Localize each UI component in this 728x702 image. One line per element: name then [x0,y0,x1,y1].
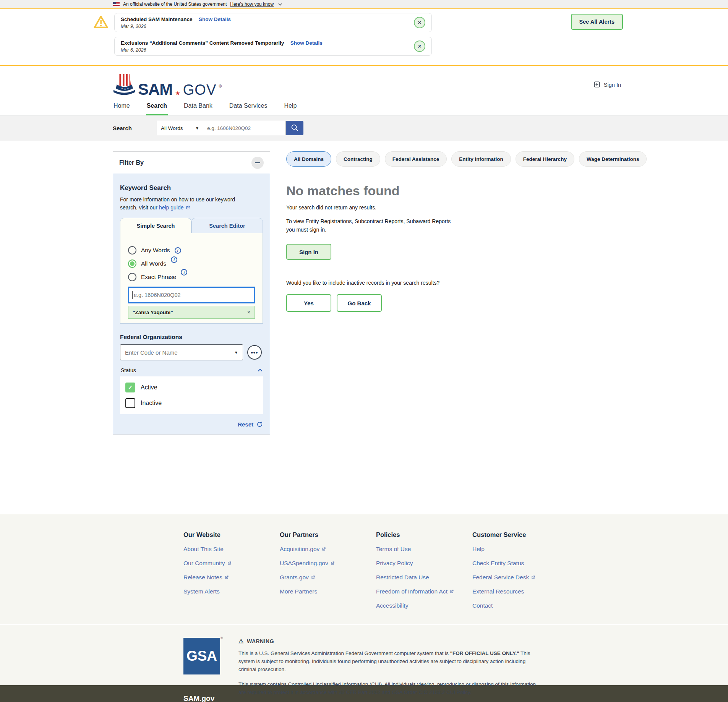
keyword-chip: "Zahra Yaqoubi" × [128,306,255,319]
sign-in-button[interactable]: Sign In [286,244,331,260]
sam-gov-logo[interactable]: ★★★ SAM ★ GOV ® [113,73,222,97]
checkbox-inactive[interactable] [125,398,135,408]
footer-link-external-resources[interactable]: External Resources [472,588,569,595]
close-alert-button[interactable]: ✕ [414,41,425,52]
footer-link-system-alerts[interactable]: System Alerts [183,588,280,595]
search-icon [290,123,299,133]
footer-link-restricted-data-use[interactable]: Restricted Data Use [376,574,472,581]
gsa-registered-mark: ® [221,636,223,640]
search-mode-select[interactable]: All Words ▼ [157,121,203,135]
pill-federal-assistance[interactable]: Federal Assistance [385,151,447,167]
svg-text:★: ★ [127,87,129,89]
keyword-search-heading: Keyword Search [120,184,263,192]
tab-search-editor[interactable]: Search Editor [191,218,263,233]
show-details-link[interactable]: Show Details [199,16,231,22]
keyword-input[interactable]: e.g. 1606N020Q02 [128,287,255,303]
footer-link-label: Check Entity Status [472,560,524,567]
footer-col-customer-service: Customer Service Help Check Entity Statu… [472,531,569,609]
nav-item-data-bank[interactable]: Data Bank [183,101,213,115]
chevron-up-icon[interactable] [258,369,262,373]
federal-org-select[interactable]: Enter Code or Name ▼ [120,344,243,360]
external-link-icon [185,205,190,210]
nav-item-home[interactable]: Home [113,101,131,115]
radio-exact-phrase[interactable] [128,273,136,281]
help-guide-link[interactable]: help guide [159,204,190,212]
footer-link-privacy-policy[interactable]: Privacy Policy [376,560,472,567]
radio-row-exact-phrase: Exact Phrase i [128,273,255,281]
checkbox-active[interactable]: ✓ [125,383,135,392]
status-header-row: Status [121,367,262,373]
keyword-search-description: For more information on how to use our k… [120,196,246,212]
info-icon[interactable]: i [171,256,177,263]
radio-all-words-label: All Words [141,260,166,267]
warning-triangle-icon [94,15,108,30]
help-guide-label: help guide [159,204,184,212]
checkbox-row-active[interactable]: ✓ Active [125,383,258,392]
footer-link-check-entity-status[interactable]: Check Entity Status [472,560,569,567]
go-back-button[interactable]: Go Back [337,294,382,312]
show-details-link[interactable]: Show Details [290,40,323,46]
footer-link-terms-of-use[interactable]: Terms of Use [376,546,472,553]
footer-col-heading: Our Partners [280,531,376,538]
external-link-icon [227,561,232,566]
pill-all-domains[interactable]: All Domains [286,151,331,167]
checkbox-row-inactive[interactable]: Inactive [125,398,258,408]
pill-federal-hierarchy[interactable]: Federal Hierarchy [516,151,574,167]
footer-link-label: About This Site [183,546,224,553]
pill-wage-determinations[interactable]: Wage Determinations [579,151,647,167]
no-results-message: Your search did not return any results. [286,204,615,211]
see-all-alerts-button[interactable]: See All Alerts [571,14,623,30]
close-alert-button[interactable]: ✕ [414,17,425,28]
nav-item-help[interactable]: Help [283,101,297,115]
federal-org-more-button[interactable]: ••• [247,345,262,360]
info-icon[interactable]: i [181,269,187,276]
search-strip-input[interactable] [203,121,286,135]
footer-col-heading: Customer Service [472,531,569,538]
gsa-warning-band: GSA ® ⚠ WARNING This is a U.S. General S… [0,624,728,685]
filter-panel-body: Keyword Search For more information on h… [113,173,270,434]
info-icon[interactable]: i [175,247,181,254]
pill-contracting[interactable]: Contracting [336,151,380,167]
footer-link-usaspending-gov[interactable]: USASpending.gov [280,560,376,567]
gov-banner: An official website of the United States… [0,0,728,9]
footer-link-contact[interactable]: Contact [472,602,569,609]
external-link-icon [449,589,454,594]
footer-link-label: Federal Service Desk [472,574,529,581]
nav-item-data-services[interactable]: Data Services [229,101,268,115]
pill-entity-information[interactable]: Entity Information [451,151,511,167]
reset-filters[interactable]: Reset [120,421,263,428]
footer-link-label: Help [472,546,485,553]
remove-chip-icon[interactable]: × [247,309,250,315]
radio-all-words[interactable] [128,259,136,268]
gsa-logo: GSA [183,638,220,674]
footer-link-release-notes[interactable]: Release Notes [183,574,280,581]
collapse-filters-button[interactable] [251,157,264,169]
footer-link-federal-service-desk[interactable]: Federal Service Desk [472,574,569,581]
keyword-tabs: Simple Search Search Editor [120,218,263,233]
site-header: ★★★ SAM ★ GOV ® Sign In [0,66,728,101]
us-flag-icon [113,2,120,6]
footer-link-accessibility[interactable]: Accessibility [376,602,472,609]
radio-any-words[interactable] [128,246,136,255]
alert-title: Exclusions “Additional Comments” Content… [121,40,284,46]
footer-link-acquisition-gov[interactable]: Acquisition.gov [280,546,376,553]
warning-paragraph-2: This system contains Controlled Unclassi… [238,681,540,697]
tab-simple-search[interactable]: Simple Search [120,218,191,233]
external-link-icon [311,575,315,580]
external-link-icon [224,575,229,580]
status-label: Status [121,367,136,373]
nav-item-search[interactable]: Search [146,101,168,115]
federal-org-placeholder: Enter Code or Name [125,349,178,356]
footer-link-grants-gov[interactable]: Grants.gov [280,574,376,581]
footer-link-help[interactable]: Help [472,546,569,553]
search-submit-button[interactable] [286,121,303,135]
alert-date: Mar 6, 2026 [121,47,409,53]
footer-link-about-this-site[interactable]: About This Site [183,546,280,553]
footer-link-more-partners[interactable]: More Partners [280,588,376,595]
footer-link-our-community[interactable]: Our Community [183,560,280,567]
how-you-know-link[interactable]: Here’s how you know [230,2,274,7]
footer-link-foia[interactable]: Freedom of Information Act [376,588,472,595]
sign-in-link[interactable]: Sign In [593,81,621,89]
yes-button[interactable]: Yes [286,294,331,312]
chevron-down-icon[interactable] [278,2,282,6]
